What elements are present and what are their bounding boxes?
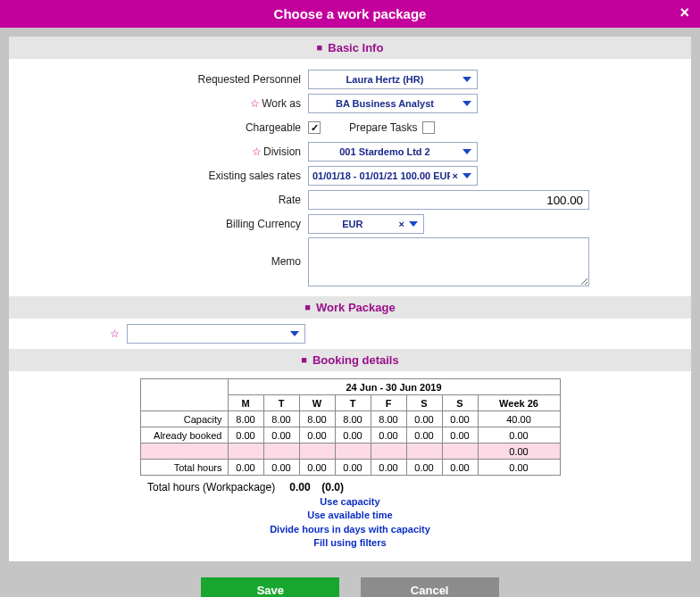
week-cell: 0.00 (478, 444, 560, 460)
grid-cell[interactable] (228, 444, 263, 460)
cancel-button[interactable]: Cancel (361, 577, 499, 597)
grid-cell: 0.00 (263, 460, 299, 476)
grid-cell: 0.00 (299, 427, 335, 444)
day-header: S (406, 395, 442, 411)
action-link[interactable]: Use capacity (9, 495, 691, 509)
close-icon[interactable]: × (679, 4, 689, 22)
grid-cell[interactable] (442, 444, 478, 460)
row-label: Total hours (140, 460, 228, 476)
grid-cell: 0.00 (335, 427, 371, 444)
chevron-down-icon (462, 101, 471, 106)
action-link[interactable]: Divide hours in days with capacity (9, 523, 691, 536)
row-label (140, 444, 228, 460)
grid-cell[interactable] (371, 444, 406, 460)
currency-select[interactable]: EUR × (308, 214, 424, 234)
label-rates: Existing sales rates (9, 170, 308, 182)
dialog-titlebar: Choose a work package × (0, 0, 700, 28)
week-header: Week 26 (478, 395, 560, 411)
total-hours-value2: (0.0) (321, 481, 344, 493)
clear-icon[interactable]: × (450, 170, 461, 181)
chevron-down-icon (290, 331, 299, 336)
clear-icon[interactable]: × (396, 219, 407, 229)
grid-cell: 0.00 (442, 427, 478, 444)
day-header: S (442, 395, 478, 411)
day-header: W (299, 395, 335, 411)
memo-input[interactable] (308, 237, 589, 286)
grid-cell[interactable] (335, 444, 371, 460)
grid-cell[interactable] (406, 444, 442, 460)
day-header: M (228, 395, 263, 411)
workas-select[interactable]: BA Business Analyst (308, 94, 478, 113)
day-header: T (263, 395, 299, 411)
grid-cell: 0.00 (442, 411, 478, 427)
required-star-icon: ☆ (110, 328, 120, 340)
label-total-hours-wp: Total hours (Workpackage) (147, 481, 275, 493)
division-select[interactable]: 001 Stardemo Ltd 2 (308, 142, 478, 162)
action-link[interactable]: Use available time (9, 509, 691, 522)
grid-cell: 0.00 (335, 460, 371, 476)
week-cell: 0.00 (478, 427, 560, 444)
grid-cell: 8.00 (299, 411, 335, 427)
save-button[interactable]: Save (201, 577, 339, 597)
grid-cell: 0.00 (406, 411, 442, 427)
grid-cell: 0.00 (263, 427, 299, 444)
day-header: T (335, 395, 371, 411)
chevron-down-icon (409, 221, 418, 227)
label-chargeable: Chargeable (9, 121, 308, 134)
grid-cell: 8.00 (371, 411, 406, 427)
grid-cell: 0.00 (299, 460, 335, 476)
label-personnel: Requested Personnel (9, 73, 308, 86)
required-star-icon: ☆ (250, 97, 260, 110)
label-currency: Billing Currency (9, 218, 308, 230)
label-rate: Rate (9, 194, 308, 206)
grid-cell: 0.00 (371, 460, 406, 476)
workpackage-select[interactable] (127, 324, 305, 344)
grid-cell: 0.00 (406, 427, 442, 444)
grid-cell: 0.00 (406, 460, 442, 476)
grid-cell[interactable] (299, 444, 335, 460)
grid-cell: 0.00 (442, 460, 478, 476)
grid-cell: 0.00 (371, 427, 406, 444)
week-cell: 40.00 (478, 411, 560, 427)
rate-input[interactable] (308, 190, 589, 210)
grid-cell[interactable] (263, 444, 299, 460)
chevron-down-icon (462, 149, 471, 154)
booking-table: 24 Jun - 30 Jun 2019MTWTFSSWeek 26Capaci… (140, 378, 561, 476)
grid-cell: 0.00 (228, 460, 263, 476)
required-star-icon: ☆ (252, 145, 262, 158)
chevron-down-icon (462, 173, 471, 178)
section-booking-details: Booking details (9, 349, 691, 371)
label-division: Division (263, 145, 301, 158)
row-label: Already booked (140, 427, 228, 444)
rates-select[interactable]: 01/01/18 - 01/01/21 100.00 EUR × (308, 166, 478, 186)
period-header: 24 Jun - 30 Jun 2019 (228, 379, 560, 395)
section-basic-info: Basic Info (9, 37, 691, 59)
total-hours-value: 0.00 (289, 481, 310, 493)
action-links: Use capacityUse available timeDivide hou… (9, 495, 691, 551)
prepare-checkbox[interactable] (422, 121, 435, 134)
week-cell: 0.00 (478, 460, 560, 476)
row-label: Capacity (140, 411, 228, 427)
grid-cell: 8.00 (263, 411, 299, 427)
label-memo: Memo (9, 237, 308, 268)
chevron-down-icon (462, 77, 471, 82)
grid-cell: 8.00 (228, 411, 263, 427)
label-workas: Work as (262, 97, 301, 110)
dialog-title: Choose a work package (274, 6, 427, 21)
grid-cell: 0.00 (228, 427, 263, 444)
grid-cell: 8.00 (335, 411, 371, 427)
section-work-package: Work Package (9, 296, 691, 319)
action-link[interactable]: Fill using filters (9, 536, 691, 550)
personnel-select[interactable]: Laura Hertz (HR) (308, 70, 478, 89)
chargeable-checkbox[interactable] (308, 121, 321, 134)
day-header: F (371, 395, 406, 411)
label-prepare: Prepare Tasks (349, 121, 417, 134)
